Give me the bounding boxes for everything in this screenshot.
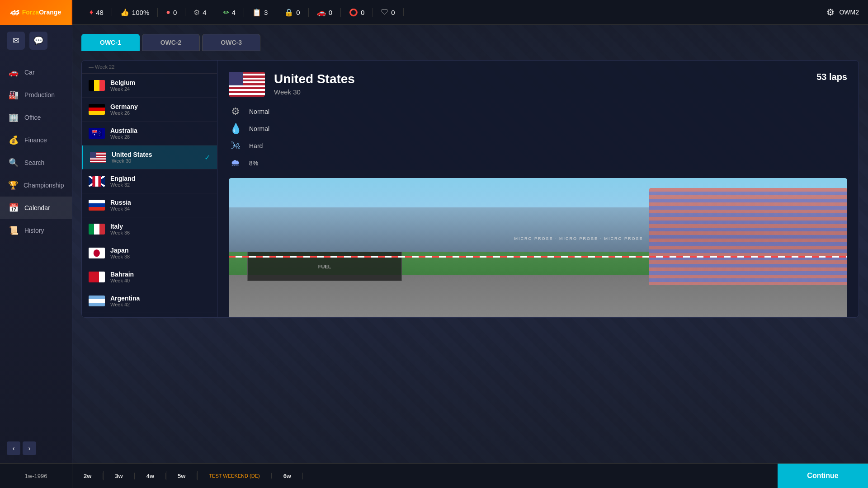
sidebar-item-history[interactable]: 📜 History — [0, 219, 72, 242]
continue-label: Continue — [807, 472, 838, 479]
sidebar-label-car: Car — [24, 69, 35, 76]
race-name-australia: Australia — [110, 127, 210, 134]
race-item-italy[interactable]: Italy Week 36 — [82, 217, 217, 241]
sidebar-item-office[interactable]: 🏢 Office — [0, 106, 72, 129]
sidebar-label-history: History — [24, 227, 44, 234]
race-info-bahrain: Bahrain Week 40 — [110, 271, 210, 283]
tab-owc3[interactable]: OWC-3 — [202, 34, 260, 51]
flag-us — [90, 152, 106, 163]
main-panel: — Week 22 Belgium Week 24 Germany Week 2… — [81, 60, 859, 318]
production-icon: 🏭 — [8, 90, 19, 100]
stat-r2: ⚙ 4 — [185, 8, 215, 17]
continue-button[interactable]: Continue — [778, 464, 868, 488]
race-name-russia: Russia — [110, 199, 210, 206]
sidebar: ✉ 💬 🚗 Car 🏭 Production 🏢 Office 💰 Financ… — [0, 25, 72, 488]
sidebar-item-search[interactable]: 🔍 Search — [0, 151, 72, 174]
weather-row-4: 🌧 8% — [229, 157, 847, 169]
race-item-bahrain[interactable]: Bahrain Week 40 — [82, 265, 217, 289]
nav-prev-button[interactable]: ‹ — [7, 441, 20, 455]
race-info-australia: Australia Week 28 — [110, 127, 210, 140]
grandstand-seats — [649, 188, 847, 285]
race-list: — Week 22 Belgium Week 24 Germany Week 2… — [82, 61, 217, 317]
tab-owc2[interactable]: OWC-2 — [142, 34, 200, 51]
track-scene: FUEL MICRO PROSE · MICRO PROSE · MICRO P… — [229, 178, 847, 317]
history-icon: 📜 — [8, 225, 19, 235]
sidebar-item-car[interactable]: 🚗 Car — [0, 61, 72, 84]
race-week-england: Week 32 — [110, 182, 210, 188]
stat-r5-value: 0 — [296, 9, 300, 16]
detail-country: United States — [274, 72, 816, 86]
timeline-week-4-label: 4w — [146, 473, 154, 479]
tab-owc1[interactable]: OWC-1 — [81, 34, 140, 51]
main-content: OWC-1 OWC-2 OWC-3 — Week 22 Belgium Week… — [72, 25, 868, 488]
race-info-us: United States Week 30 — [112, 151, 199, 164]
current-time-value: 1w-1996 — [25, 473, 47, 479]
office-icon: 🏢 — [8, 113, 19, 122]
chat-button[interactable]: 💬 — [29, 32, 47, 50]
weather-row-3: 🌬 Hard — [229, 140, 847, 152]
race-week-japan: Week 38 — [110, 254, 210, 259]
stat-r6: 🚗 0 — [309, 8, 341, 17]
week-header-label: — Week 22 — [89, 64, 114, 70]
race-name-italy: Italy — [110, 223, 210, 230]
tab-owc3-label: OWC-3 — [221, 39, 242, 46]
sidebar-item-championship[interactable]: 🏆 Championship — [0, 174, 72, 197]
race-name-us: United States — [112, 151, 199, 158]
stat-r6-value: 0 — [329, 9, 332, 16]
weather-icon-2: 💧 — [229, 123, 242, 135]
detail-flag — [229, 72, 265, 97]
stat-r1-value: 0 — [173, 9, 177, 16]
app-logo[interactable]: 🏎 ForzaOrange — [0, 0, 72, 25]
timeline-event-label: TEST WEEKEND (DE) — [209, 473, 259, 479]
stat-r7: ⭕ 0 — [341, 8, 373, 17]
diamond-icon: ♦ — [90, 8, 93, 16]
stat-diamonds: ♦ 48 — [81, 8, 112, 16]
r1-icon: ● — [166, 8, 170, 16]
sidebar-item-calendar[interactable]: 📅 Calendar — [0, 197, 72, 219]
sidebar-item-finance[interactable]: 💰 Finance — [0, 129, 72, 151]
race-info-italy: Italy Week 36 — [110, 223, 210, 235]
settings-icon: ⚙ — [826, 7, 835, 18]
topbar-profile[interactable]: ⚙ OWM2 — [817, 7, 868, 18]
detail-panel: United States Week 30 53 laps ⚙ Normal 💧… — [217, 61, 859, 317]
flag-england — [89, 176, 105, 187]
race-item-us[interactable]: United States Week 30 ✓ — [82, 145, 217, 169]
timeline-week-3-label: 3w — [115, 473, 123, 479]
weather-label-4: 8% — [249, 160, 258, 167]
search-icon: 🔍 — [8, 158, 19, 168]
race-item-germany[interactable]: Germany Week 26 — [82, 98, 217, 122]
pit-label: FUEL — [318, 264, 331, 269]
timeline-event-test: TEST WEEKEND (DE) — [198, 473, 271, 479]
race-week-bahrain: Week 40 — [110, 278, 210, 283]
sidebar-label-production: Production — [24, 91, 55, 99]
race-item-argentina[interactable]: Argentina Week 42 — [82, 289, 217, 313]
race-item-australia[interactable]: Australia Week 28 — [82, 122, 217, 145]
timeline: 2w 3w 4w 5w TEST WEEKEND (DE) 6w Continu… — [72, 463, 868, 488]
logo-icon: 🏎 — [10, 7, 19, 18]
race-week-russia: Week 34 — [110, 206, 210, 211]
nav-next-button[interactable]: › — [23, 441, 36, 455]
race-item-japan[interactable]: Japan Week 38 — [82, 241, 217, 265]
race-item-england[interactable]: England Week 32 — [82, 169, 217, 193]
timeline-items: 2w 3w 4w 5w TEST WEEKEND (DE) 6w — [72, 471, 778, 480]
timeline-week-5-label: 5w — [178, 473, 185, 479]
race-item-russia[interactable]: Russia Week 34 — [82, 193, 217, 217]
stat-approval: 👍 100% — [112, 8, 158, 17]
flag-italy — [89, 224, 105, 235]
sidebar-label-search: Search — [24, 159, 44, 166]
mail-button[interactable]: ✉ — [7, 32, 25, 50]
race-week-belgium: Week 24 — [110, 86, 210, 92]
logo-text: ForzaOrange — [22, 9, 61, 16]
stat-r8-value: 0 — [391, 9, 395, 16]
profile-name: OWM2 — [839, 9, 859, 16]
timeline-week-4: 4w — [135, 473, 166, 479]
race-item-belgium[interactable]: Belgium Week 24 — [82, 74, 217, 98]
race-week-argentina: Week 42 — [110, 302, 210, 307]
race-week-us: Week 30 — [112, 158, 199, 164]
timeline-week-5: 5w — [166, 473, 197, 479]
race-info-germany: Germany Week 26 — [110, 103, 210, 116]
sidebar-item-production[interactable]: 🏭 Production — [0, 84, 72, 106]
stat-r5: 🔒 0 — [276, 8, 308, 17]
tab-owc2-label: OWC-2 — [160, 39, 182, 46]
stat-r3: ✏ 4 — [215, 8, 244, 17]
